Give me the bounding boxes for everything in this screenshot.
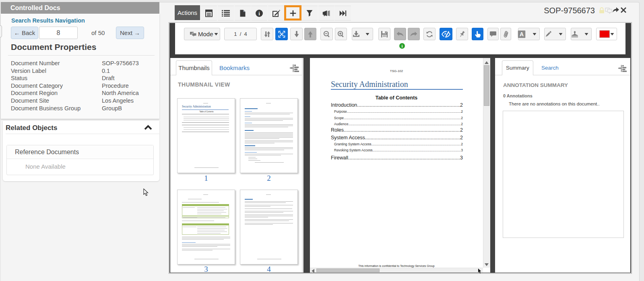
svg-text:A: A bbox=[520, 31, 524, 37]
svg-text:i: i bbox=[258, 10, 260, 17]
